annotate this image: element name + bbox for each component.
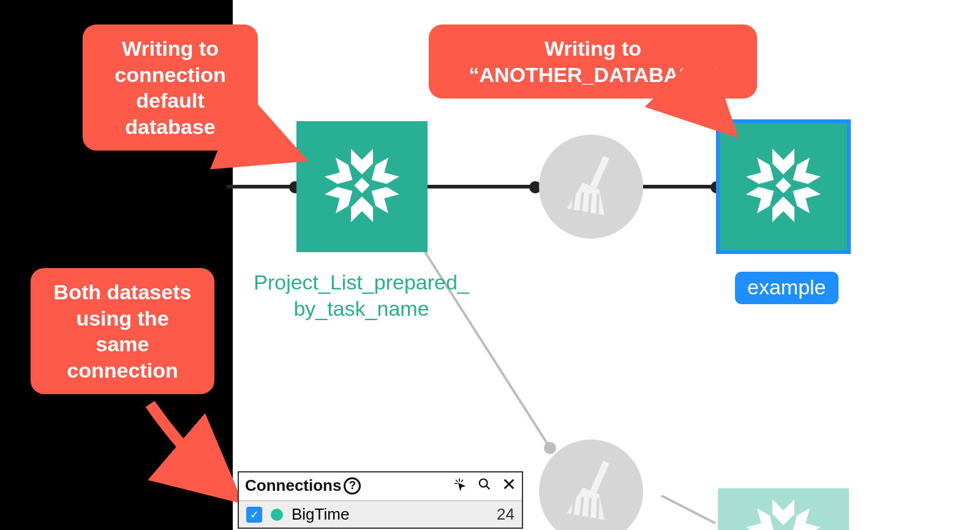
connections-panel: Connections ? ✓ BigTime 24	[238, 471, 523, 529]
search-icon[interactable]	[478, 477, 491, 495]
svg-line-20	[486, 485, 490, 489]
dataset-node-snowflake-1[interactable]	[296, 121, 428, 252]
svg-rect-10	[590, 461, 610, 493]
annotation-callout: Writing to “ANOTHER_DATABASE”	[429, 24, 757, 99]
dataset-node-snowflake-2[interactable]	[718, 121, 849, 252]
connection-row[interactable]: ✓ BigTime 24	[239, 501, 522, 528]
annotation-callout: Both datasets using the same connection	[31, 268, 214, 394]
snowflake-icon	[737, 490, 829, 530]
snowflake-icon	[316, 140, 408, 234]
dataset-label-selected: example	[735, 272, 839, 304]
svg-rect-9	[775, 177, 791, 193]
cursor-spark-icon[interactable]	[452, 477, 467, 495]
help-icon[interactable]: ?	[344, 477, 361, 495]
dataset-node-snowflake-3[interactable]	[718, 488, 849, 530]
annotation-callout: Writing to connection default database	[83, 24, 258, 151]
connection-count: 24	[497, 505, 514, 524]
svg-rect-3	[354, 177, 369, 193]
recipe-node-prepare[interactable]	[539, 135, 643, 239]
snowflake-icon	[737, 140, 829, 234]
close-icon[interactable]	[502, 477, 516, 495]
svg-line-18	[461, 480, 464, 482]
svg-line-17	[456, 480, 458, 482]
svg-rect-4	[590, 156, 610, 188]
connection-name: BigTime	[292, 505, 349, 524]
status-dot-icon	[271, 509, 283, 521]
checkbox-checked-icon[interactable]: ✓	[246, 507, 262, 523]
broom-icon	[557, 457, 625, 526]
dataset-label: Project_List_prepared_ by_task_name	[233, 269, 490, 321]
svg-point-19	[480, 479, 488, 487]
panel-title: Connections	[245, 476, 341, 495]
broom-icon	[557, 152, 625, 222]
